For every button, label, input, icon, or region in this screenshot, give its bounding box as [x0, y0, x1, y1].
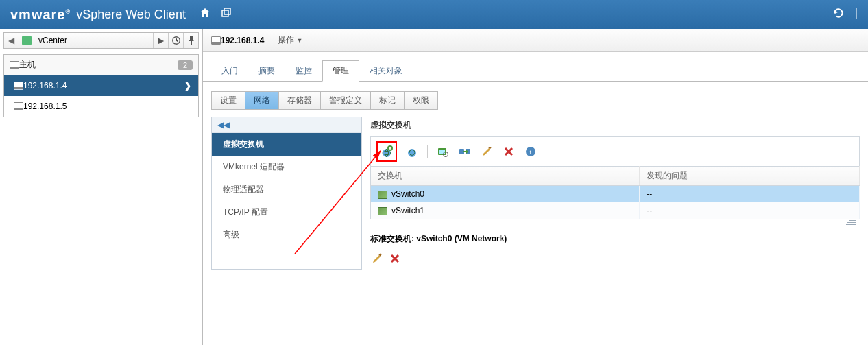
detail-delete-button[interactable] [389, 253, 400, 267]
subtab-networking[interactable]: 网络 [245, 91, 278, 110]
networking-sidenav: ◀◀ 虚拟交换机 VMkernel 适配器 物理适配器 TCP/IP 配置 高级 [211, 117, 362, 270]
pipe-icon[interactable]: | [855, 7, 858, 22]
breadcrumb: ◀ vCenter ▶ [3, 32, 199, 49]
back-icon[interactable]: ◀ [4, 33, 19, 48]
info-button[interactable]: i [524, 145, 538, 158]
host-ip: 192.168.1.5 [23, 102, 67, 111]
main-panel: 192.168.1.4 操作 ▼ 入门 摘要 监控 管理 相关对象 设置 网络 … [203, 29, 868, 345]
sidenav-tcpip-config[interactable]: TCP/IP 配置 [212, 201, 361, 224]
subtab-alarm-definitions[interactable]: 警报定义 [320, 91, 370, 110]
svg-rect-1 [224, 8, 230, 14]
svg-rect-10 [459, 149, 464, 154]
refresh-button[interactable] [405, 145, 419, 158]
object-title: 192.168.1.4 [221, 36, 264, 45]
column-issues[interactable]: 发现的问题 [640, 167, 860, 186]
app-header: vmware® vSphere Web Client | [0, 0, 868, 29]
host-icon [10, 61, 19, 69]
toolbar-separator [427, 145, 428, 158]
hosts-group: 主机 2 192.168.1.4 ❯ 192.168.1.5 [3, 54, 199, 117]
hosts-group-header[interactable]: 主机 2 [4, 55, 198, 75]
vcenter-icon [22, 36, 32, 45]
hosts-label: 主机 [19, 59, 36, 71]
refresh-icon[interactable] [832, 7, 845, 22]
sidenav-virtual-switches[interactable]: 虚拟交换机 [212, 133, 361, 156]
vswitch-section: 虚拟交换机 [370, 117, 860, 270]
detail-title: 标准交换机: vSwitch0 (VM Network) [370, 225, 860, 250]
svg-rect-0 [222, 10, 228, 16]
host-item-192-168-1-4[interactable]: 192.168.1.4 ❯ [4, 75, 198, 96]
collapse-icon[interactable]: ◀◀ [212, 117, 361, 133]
column-switch[interactable]: 交换机 [371, 167, 640, 186]
annotation-highlight [376, 141, 397, 162]
inventory-panel: ◀ vCenter ▶ 主机 2 192.168.1.4 [0, 29, 203, 345]
sidenav-physical-adapters[interactable]: 物理适配器 [212, 178, 361, 201]
detail-edit-button[interactable] [372, 253, 383, 267]
tab-related-objects[interactable]: 相关对象 [359, 60, 413, 81]
vswitch-toolbar: i [370, 136, 860, 166]
hosts-count-badge: 2 [178, 60, 193, 70]
section-title: 虚拟交换机 [370, 117, 860, 136]
svg-rect-8 [439, 150, 445, 154]
detail-toolbar [370, 250, 860, 270]
migrate-button[interactable] [458, 145, 472, 158]
svg-text:i: i [529, 147, 531, 156]
tab-getting-started[interactable]: 入门 [211, 60, 248, 81]
subtab-storage[interactable]: 存储器 [278, 91, 320, 110]
popout-icon[interactable] [221, 8, 232, 21]
vswitch-icon [378, 191, 387, 199]
home-icon[interactable] [200, 8, 210, 21]
sidenav-advanced[interactable]: 高级 [212, 224, 361, 246]
vmware-logo: vmware® [10, 7, 71, 23]
pin-icon[interactable] [183, 33, 198, 48]
host-item-192-168-1-5[interactable]: 192.168.1.5 [4, 96, 198, 117]
tab-manage[interactable]: 管理 [322, 60, 359, 82]
actions-dropdown[interactable]: 操作 ▼ [278, 34, 302, 46]
resize-handle-icon[interactable] [370, 219, 860, 225]
subtab-settings[interactable]: 设置 [211, 91, 245, 110]
subtab-tags[interactable]: 标记 [370, 91, 404, 110]
app-title: vSphere Web Client [76, 8, 186, 22]
table-row[interactable]: vSwitch0 -- [371, 186, 860, 203]
table-row[interactable]: vSwitch1 -- [371, 202, 860, 219]
host-icon [14, 102, 23, 110]
subtab-permissions[interactable]: 权限 [404, 91, 438, 110]
main-tabs: 入门 摘要 监控 管理 相关对象 [203, 52, 868, 82]
host-icon [14, 82, 23, 90]
host-icon [211, 36, 221, 45]
dropdown-caret-icon: ▼ [296, 37, 302, 44]
vswitch-icon [378, 207, 387, 215]
history-icon[interactable] [168, 33, 183, 48]
vswitch-table: 交换机 发现的问题 vSwitch0 -- vSwitch1 -- [370, 166, 860, 219]
tab-summary[interactable]: 摘要 [248, 60, 285, 81]
breadcrumb-label[interactable]: vCenter [34, 36, 153, 45]
sub-tabs: 设置 网络 存储器 警报定义 标记 权限 [203, 82, 868, 117]
tab-monitor[interactable]: 监控 [285, 60, 322, 81]
add-networking-button[interactable] [380, 145, 394, 158]
forward-icon[interactable]: ▶ [153, 33, 168, 48]
edit-button[interactable] [480, 145, 494, 158]
sidenav-vmkernel-adapters[interactable]: VMkernel 适配器 [212, 156, 361, 178]
chevron-right-icon: ❯ [184, 81, 191, 91]
manage-adapters-button[interactable] [436, 145, 450, 158]
host-ip: 192.168.1.4 [23, 81, 67, 91]
object-header: 192.168.1.4 操作 ▼ [203, 29, 868, 52]
delete-button[interactable] [502, 145, 516, 158]
